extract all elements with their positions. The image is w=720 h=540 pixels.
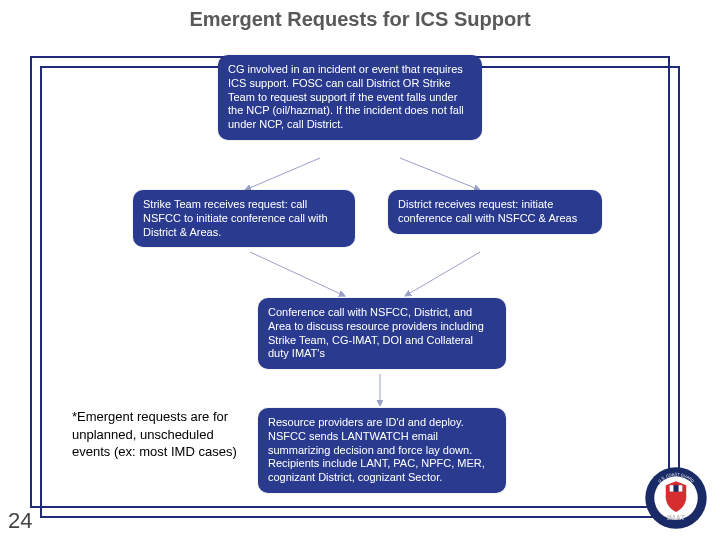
box-district: District receives request: initiate conf… bbox=[388, 190, 602, 234]
coast-guard-imat-logo: IMAT U.S. COAST GUARD bbox=[644, 466, 708, 530]
slide: Emergent Requests for ICS Support CG inv… bbox=[0, 0, 720, 540]
logo-svg: IMAT U.S. COAST GUARD bbox=[644, 466, 708, 530]
box-strike-team: Strike Team receives request: call NSFCC… bbox=[133, 190, 355, 247]
svg-rect-5 bbox=[679, 485, 683, 491]
box-deploy: Resource providers are ID'd and deploy. … bbox=[258, 408, 506, 493]
box-top-intro: CG involved in an incident or event that… bbox=[218, 55, 482, 140]
box-conference-call: Conference call with NSFCC, District, an… bbox=[258, 298, 506, 369]
footnote-emergent: *Emergent requests are for unplanned, un… bbox=[72, 408, 242, 461]
logo-mid-label: IMAT bbox=[667, 513, 685, 522]
page-number: 24 bbox=[8, 508, 32, 534]
svg-rect-3 bbox=[670, 485, 674, 491]
